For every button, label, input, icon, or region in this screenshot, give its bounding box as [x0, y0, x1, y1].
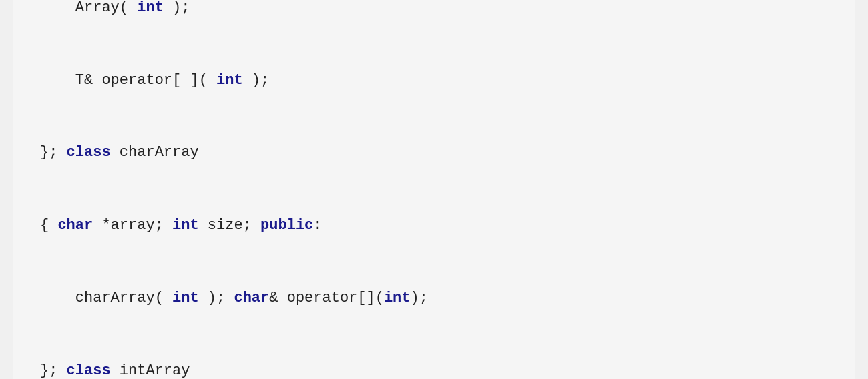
code-text: & operator[](: [269, 290, 384, 306]
keyword-int: int: [137, 0, 164, 16]
code-text: };: [40, 144, 67, 161]
code-text: size;: [199, 217, 260, 234]
code-text: };: [40, 362, 67, 379]
code-text: Array(: [40, 0, 137, 16]
code-line-9: charArray( int ); char& operator[](int);: [40, 286, 828, 310]
code-block: template<class T>//声明模板 class Array { T*…: [40, 0, 828, 379]
keyword-class: class: [67, 144, 111, 161]
code-text: {: [40, 217, 57, 234]
code-text: );: [243, 72, 270, 89]
code-line-6: T& operator[ ]( int );: [40, 69, 828, 93]
code-line-5: Array( int );: [40, 0, 828, 20]
keyword-int: int: [216, 72, 243, 89]
code-text: charArray(: [40, 290, 172, 306]
keyword-char: char: [234, 290, 269, 306]
code-line-8: { char *array; int size; public:: [40, 214, 828, 238]
code-line-10: }; class intArray: [40, 359, 828, 379]
code-text: );: [164, 0, 190, 16]
code-text: );: [199, 290, 234, 306]
code-text: *array;: [93, 217, 172, 234]
keyword-int: int: [384, 290, 411, 306]
code-text: charArray: [111, 144, 199, 161]
code-text: T& operator[ ](: [40, 72, 216, 89]
keyword-char: char: [57, 217, 93, 234]
code-container: template<class T>//声明模板 class Array { T*…: [13, 0, 855, 379]
code-text: :: [313, 217, 322, 234]
code-line-7: }; class charArray: [40, 141, 828, 165]
keyword-public: public: [260, 217, 313, 234]
code-text: );: [411, 290, 428, 306]
keyword-int: int: [172, 290, 199, 306]
keyword-class: class: [67, 362, 111, 379]
code-text: intArray: [111, 362, 190, 379]
keyword-int: int: [172, 217, 199, 234]
